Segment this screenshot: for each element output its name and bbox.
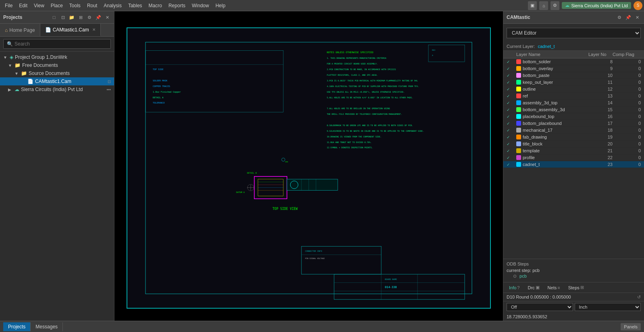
info-tab-steps[interactable]: Steps ⊞: [566, 284, 586, 291]
layer-name-text-4: outline: [523, 87, 536, 91]
status-select[interactable]: Off: [507, 303, 573, 311]
layer-visibility-3[interactable]: ✓: [507, 80, 516, 85]
sierra-icon: ☁: [15, 87, 19, 92]
layer-visibility-14[interactable]: ✓: [507, 156, 516, 160]
info-tab-info[interactable]: Info ?: [507, 284, 522, 291]
layer-visibility-8[interactable]: ✓: [507, 114, 516, 119]
menubar-right: ▣ ⌂ ⚙ ☁ Sierra Circuits (India) Pvt Ltd …: [528, 1, 642, 10]
menu-rout[interactable]: Rout: [84, 1, 100, 10]
layer-visibility-7[interactable]: ✓: [507, 108, 516, 112]
tab-home-icon: ⌂: [5, 27, 8, 33]
layer-visibility-11[interactable]: ✓: [507, 135, 516, 139]
layer-row[interactable]: ✓ bottom_overlay 9 0: [503, 65, 644, 72]
layer-row[interactable]: ✓ outline 12 0: [503, 86, 644, 93]
layer-visibility-6[interactable]: ✓: [507, 101, 516, 105]
layer-visibility-1[interactable]: ✓: [507, 66, 516, 71]
menu-view[interactable]: View: [31, 1, 48, 10]
layer-row[interactable]: ✓ fab_drawing 19 0: [503, 134, 644, 141]
layer-row[interactable]: ✓ ref 13 0: [503, 93, 644, 100]
layer-flag-13: 0: [613, 148, 641, 153]
cam-panel-title: CAMtastic: [507, 15, 530, 20]
pcb-canvas[interactable]: NOTES UNLESS OTHERWISE SPECIFIED 1. THIS…: [114, 11, 503, 321]
more-options-icon[interactable]: •••: [106, 87, 111, 92]
layer-row[interactable]: ✓ title_block 20 0: [503, 141, 644, 147]
left-icon-copy[interactable]: ⊞: [77, 14, 84, 21]
layer-row[interactable]: ✓ profile 22 0: [503, 154, 644, 161]
layer-row[interactable]: ✓ bottom_assembly_3d 15 0: [503, 106, 644, 113]
layer-visibility-5[interactable]: ✓: [507, 94, 516, 98]
current-layer-label: Current Layer:: [507, 44, 535, 49]
menu-place[interactable]: Place: [48, 1, 66, 10]
layer-visibility-0[interactable]: ✓: [507, 60, 516, 64]
layer-name-text-8: placebound_top: [523, 114, 554, 119]
layer-color-swatch-15: [516, 162, 521, 167]
user-avatar[interactable]: S: [634, 1, 642, 10]
menu-macro[interactable]: Macro: [145, 1, 165, 10]
cam-panel: CAMtastic ⚙ 📌 ✕ CAM Editor Current Layer…: [503, 11, 644, 321]
layer-visibility-12[interactable]: ✓: [507, 142, 516, 146]
menu-help[interactable]: Help: [212, 1, 229, 10]
layer-name-text-14: profile: [523, 155, 535, 160]
svg-text:DETAIL B: DETAIL B: [247, 172, 257, 174]
layer-row[interactable]: ✓ mechanical_17 18 0: [503, 127, 644, 134]
menu-window[interactable]: Window: [189, 1, 212, 10]
tree-cam-file[interactable]: 📄 CAMtastic1.Cam ⊡: [0, 77, 114, 85]
tree-sierra[interactable]: ▶ ☁ Sierra Circuits (India) Pvt Ltd •••: [0, 85, 114, 93]
icon-settings[interactable]: ⚙: [551, 1, 559, 10]
cam-panel-close[interactable]: ✕: [634, 14, 641, 21]
menu-tools[interactable]: Tools: [66, 1, 84, 10]
layer-row[interactable]: ✓ bottom_paste 10 0: [503, 72, 644, 79]
status-tab-projects[interactable]: Projects: [3, 322, 31, 331]
layer-visibility-15[interactable]: ✓: [507, 162, 516, 167]
layer-row[interactable]: ✓ bottom_solder 8 0: [503, 58, 644, 65]
menu-reports[interactable]: Reports: [165, 1, 189, 10]
menu-file[interactable]: File: [2, 1, 16, 10]
left-panel-close[interactable]: ✕: [104, 14, 111, 21]
layer-visibility-13[interactable]: ✓: [507, 149, 516, 153]
panels-button[interactable]: Panels: [621, 323, 641, 330]
canvas-area[interactable]: NOTES UNLESS OTHERWISE SPECIFIED 1. THIS…: [114, 11, 503, 321]
tree-project-group[interactable]: ▼ ◈ Project Group 1.DsnWrk: [0, 53, 114, 61]
layer-color-swatch-2: [516, 73, 521, 78]
svg-text:636: 636: [285, 161, 289, 163]
layer-visibility-2[interactable]: ✓: [507, 73, 516, 78]
layer-row[interactable]: ✓ placebound_top 16 0: [503, 113, 644, 120]
menu-edit[interactable]: Edit: [16, 1, 31, 10]
layer-visibility-10[interactable]: ✓: [507, 128, 516, 133]
tab-close-btn[interactable]: ✕: [92, 27, 96, 32]
odb-pcb-item[interactable]: ⊙ pcb: [507, 273, 641, 280]
tab-home[interactable]: ⌂ Home Page: [0, 24, 40, 36]
layer-visibility-9[interactable]: ✓: [507, 121, 516, 126]
tree-free-docs[interactable]: ▼ 📁 Free Documents: [0, 61, 114, 69]
cam-panel-pin[interactable]: 📌: [625, 14, 632, 21]
icon-monitor[interactable]: ▣: [528, 1, 537, 10]
menu-tables[interactable]: Tables: [125, 1, 145, 10]
cam-file-icon: 📄: [27, 79, 33, 84]
layer-row[interactable]: ✓ cadnet_t 23 0: [503, 161, 644, 168]
layer-row[interactable]: ✓ assembly_3d_top 14 0: [503, 100, 644, 106]
left-icon-new[interactable]: □: [50, 14, 58, 21]
status-tab-messages[interactable]: Messages: [31, 322, 63, 331]
tree-source-docs[interactable]: ▼ 📁 Source Documents: [0, 69, 114, 77]
layer-flag-11: 0: [613, 135, 641, 139]
cam-panel-settings[interactable]: ⚙: [616, 14, 623, 21]
info-tab-drc[interactable]: Drc ▣: [525, 284, 542, 291]
unit-select[interactable]: Inch mm mil: [575, 303, 641, 311]
layer-visibility-4[interactable]: ✓: [507, 87, 516, 91]
left-icon-open[interactable]: ⊡: [59, 14, 66, 21]
layer-name-2: bottom_paste: [516, 73, 588, 78]
search-input[interactable]: [15, 41, 107, 47]
layer-row[interactable]: ✓ bottom_placebound 17 0: [503, 120, 644, 127]
layer-row[interactable]: ✓ keep_out_layer 11 0: [503, 79, 644, 86]
info-tab-nets[interactable]: Nets ≡: [545, 284, 563, 291]
tab-camtastic[interactable]: 📄 CAMtastic1.Cam ✕: [40, 24, 101, 36]
left-icon-settings[interactable]: ⚙: [86, 14, 93, 21]
svg-rect-55: [428, 45, 465, 62]
cam-editor-select[interactable]: CAM Editor: [507, 28, 641, 38]
left-icon-folder[interactable]: 📁: [68, 14, 75, 21]
icon-home[interactable]: ⌂: [539, 1, 548, 10]
left-panel-pin[interactable]: 📌: [95, 14, 102, 21]
scroll-refresh-icon[interactable]: ↺: [637, 295, 641, 300]
menu-analysis[interactable]: Analysis: [100, 1, 125, 10]
layer-row[interactable]: ✓ template 21 0: [503, 147, 644, 154]
